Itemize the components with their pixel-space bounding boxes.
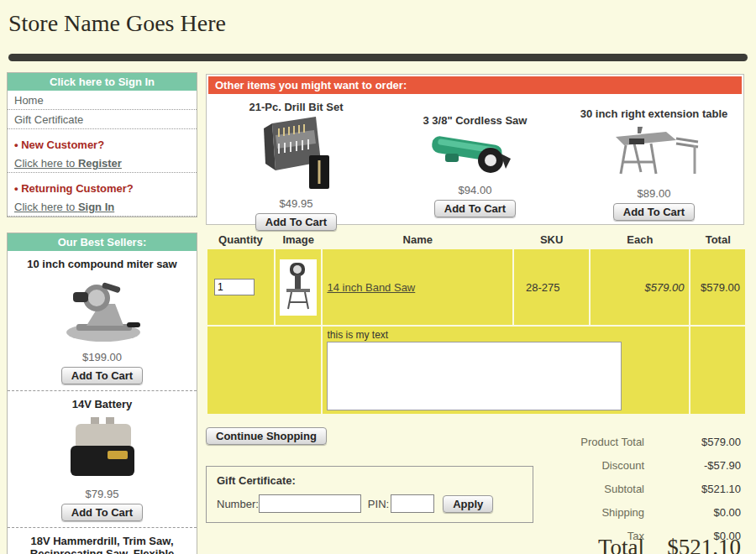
total-cell: $579.00 (690, 249, 745, 325)
best-sellers-box: Our Best Sellers: 10 inch compound miter… (7, 233, 197, 554)
col-each: Each (591, 232, 689, 248)
best-seller-item: 18V Hammerdrill, Trim Saw, Reciprocating… (8, 528, 197, 554)
sidebar-item-gift-certificate[interactable]: Gift Certificate (8, 110, 197, 129)
cart-item-row: 14 inch Band Saw 28-275 $579.00 $579.00 (207, 249, 745, 325)
battery-image[interactable] (59, 416, 146, 481)
add-to-cart-button[interactable]: Add To Cart (255, 213, 337, 231)
cross-sell-item: 30 inch right extension table $89. (570, 107, 738, 221)
cart-header-row: Quantity Image Name SKU Each Total (207, 232, 745, 248)
col-sku: SKU (514, 232, 589, 248)
gift-pin-label: PIN: (368, 498, 389, 510)
cross-sell-box: Other items you might want to order: 21-… (206, 74, 744, 225)
add-to-cart-button[interactable]: Add To Cart (613, 203, 695, 221)
new-customer-heading: • New Customer? (8, 135, 197, 154)
best-seller-item: 14V Battery $79.95 Add To Cart (8, 391, 197, 528)
cordless-saw-image[interactable] (425, 128, 526, 177)
product-price: $89.00 (570, 187, 738, 200)
register-link[interactable]: Click here to Register (8, 154, 197, 173)
product-price: $94.00 (391, 184, 559, 196)
gift-certificate-title: Gift Certificate: (207, 467, 533, 487)
totals-row: Subtotal $521.10 (535, 477, 741, 500)
totals-value: $521.10 (644, 483, 741, 495)
register-link-action[interactable]: Register (78, 157, 122, 170)
cart-note-row: this is my text (207, 327, 745, 414)
cross-sell-products: 21-Pc. Drill Bit Set (207, 96, 743, 231)
product-link[interactable]: 14 inch Band Saw (327, 281, 415, 294)
extension-table-image[interactable] (604, 122, 705, 180)
totals-value: $579.00 (644, 436, 741, 448)
miter-saw-image[interactable] (53, 275, 152, 344)
gift-certificate-link[interactable]: Gift Certificate (14, 113, 83, 126)
cross-sell-item: 21-Pc. Drill Bit Set (213, 101, 381, 231)
order-totals: Product Total $579.00 Discount -$57.90 S… (535, 430, 741, 547)
returning-customer-heading: • Returning Customer? (8, 179, 197, 197)
register-link-prefix: Click here to (14, 157, 78, 170)
product-price: $79.95 (11, 488, 193, 500)
product-name: 21-Pc. Drill Bit Set (213, 101, 381, 113)
name-cell: 14 inch Band Saw (323, 249, 512, 325)
totals-label: Product Total (535, 436, 644, 448)
add-to-cart-button[interactable]: Add To Cart (61, 504, 143, 521)
product-price: $199.00 (11, 351, 193, 363)
product-name: 10 inch compound miter saw (16, 258, 188, 270)
gift-number-label: Number: (217, 498, 259, 510)
totals-value: $0.00 (644, 506, 741, 519)
each-cell: $579.00 (591, 249, 689, 325)
signin-box: Click here to Sign In Home Gift Certific… (7, 72, 197, 217)
totals-row: Discount -$57.90 (535, 453, 741, 477)
totals-row: Shipping $0.00 (535, 500, 741, 524)
apply-button[interactable]: Apply (443, 495, 493, 513)
cross-sell-header: Other items you might want to order: (208, 76, 742, 94)
add-to-cart-button[interactable]: Add To Cart (61, 367, 143, 384)
band-saw-thumb[interactable] (280, 259, 317, 316)
note-spacer-cell (207, 327, 321, 414)
note-cell: this is my text (323, 327, 689, 414)
col-image: Image (276, 232, 322, 248)
gift-number-input[interactable] (259, 494, 361, 513)
best-sellers-header: Our Best Sellers: (8, 233, 197, 251)
cross-sell-item: 3 3/8" Cordless Saw $94.00 Add To Cart (391, 114, 559, 217)
grand-total: Total $521.10 (535, 535, 741, 554)
product-name: 30 inch right extension table (570, 107, 738, 120)
gift-pin-input[interactable] (391, 494, 434, 513)
signin-box-header[interactable]: Click here to Sign In (8, 73, 197, 91)
product-name: 14V Battery (16, 398, 188, 410)
sidebar-item-home[interactable]: Home (8, 91, 197, 110)
col-total: Total (690, 232, 745, 248)
grand-total-value: $521.10 (644, 535, 741, 554)
signin-link-action[interactable]: Sign In (78, 201, 114, 213)
product-price: $49.95 (213, 197, 381, 210)
col-name: Name (323, 232, 512, 248)
home-link[interactable]: Home (14, 94, 44, 107)
grand-total-label: Total (535, 535, 644, 554)
col-quantity: Quantity (207, 232, 274, 248)
totals-value: -$57.90 (644, 459, 741, 472)
quantity-cell (207, 249, 274, 325)
gift-certificate-box: Gift Certificate: Number: PIN: Apply (206, 466, 533, 523)
product-name: 3 3/8" Cordless Saw (391, 114, 559, 127)
image-cell (276, 249, 322, 325)
sidebar: Click here to Sign In Home Gift Certific… (7, 72, 197, 554)
note-label: this is my text (323, 327, 688, 342)
cart-page: Store Name Goes Here Click here to Sign … (0, 0, 756, 554)
gift-certificate-form: Number: PIN: Apply (207, 487, 533, 513)
best-seller-item: 10 inch compound miter saw $199.00 Add T… (8, 251, 197, 391)
main-content: Other items you might want to order: 21-… (206, 74, 744, 554)
totals-label: Subtotal (535, 483, 644, 495)
sku-cell: 28-275 (514, 249, 589, 325)
note-textarea[interactable] (327, 342, 622, 410)
product-name: 18V Hammerdrill, Trim Saw, Reciprocating… (16, 535, 188, 554)
totals-label: Shipping (535, 506, 644, 519)
add-to-cart-button[interactable]: Add To Cart (434, 200, 516, 217)
totals-label: Discount (535, 459, 644, 472)
note-total-cell (690, 327, 745, 414)
quantity-input[interactable] (214, 279, 255, 295)
band-saw-image (281, 261, 315, 311)
totals-row: Product Total $579.00 (535, 430, 741, 453)
continue-shopping-button[interactable]: Continue Shopping (206, 427, 327, 445)
drill-bit-set-image[interactable] (250, 115, 343, 191)
page-title: Store Name Goes Here (8, 10, 226, 37)
signin-link-prefix: Click here to (14, 201, 78, 213)
cart-table: Quantity Image Name SKU Each Total (206, 230, 747, 416)
signin-link[interactable]: Click here to Sign In (8, 197, 197, 217)
